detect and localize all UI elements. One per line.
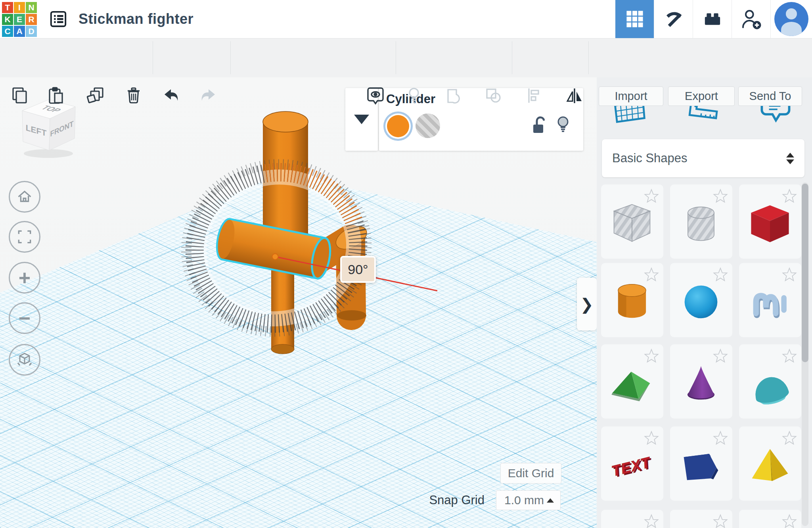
favorite-star-icon[interactable] — [643, 514, 659, 528]
perspective-toggle-button[interactable] — [9, 344, 40, 376]
tinkercad-logo[interactable]: TINKERCAD — [2, 2, 37, 37]
shape-tile-partial[interactable] — [601, 510, 663, 528]
shape-tile-cone[interactable] — [670, 344, 732, 419]
select-updown-icon — [786, 153, 794, 164]
favorite-star-icon[interactable] — [643, 188, 659, 204]
redo-button[interactable] — [198, 86, 217, 105]
favorite-star-icon[interactable] — [643, 267, 659, 283]
snap-grid-value: 1.0 mm — [504, 493, 544, 507]
designs-grid-icon — [624, 9, 645, 29]
zoom-in-button[interactable]: + — [9, 262, 40, 294]
favorite-star-icon[interactable] — [712, 348, 728, 364]
logo-tile: I — [14, 2, 25, 13]
shape-tile-box[interactable] — [739, 184, 801, 259]
nav-bricks-button[interactable] — [693, 0, 732, 38]
shape-tile-cylinder-hole[interactable] — [670, 184, 732, 259]
scribble-thumbnail — [745, 277, 795, 326]
send-to-button[interactable]: Send To — [738, 86, 802, 106]
copy-button[interactable] — [10, 86, 29, 105]
favorite-star-icon[interactable] — [712, 514, 728, 528]
shape-tile-partial[interactable] — [739, 510, 801, 528]
nav-blocks-button[interactable] — [654, 0, 693, 38]
lock-toggle[interactable] — [529, 114, 548, 135]
edit-grid-button[interactable]: Edit Grid — [500, 463, 561, 484]
align-button[interactable] — [525, 86, 544, 105]
import-button[interactable]: Import — [599, 86, 663, 106]
text-thumbnail: TEXT TEXT — [607, 441, 657, 490]
avatar-silhouette-icon — [786, 8, 797, 19]
toolbar-separator — [512, 41, 512, 74]
duplicate-button[interactable] — [86, 86, 105, 105]
logo-tile: A — [14, 26, 25, 37]
group-button[interactable] — [444, 86, 463, 105]
shape-tile-box-hole[interactable] — [601, 184, 663, 259]
shape-tile-text[interactable]: TEXT TEXT — [601, 426, 663, 501]
favorite-star-icon[interactable] — [712, 267, 728, 283]
lightbulb-icon — [553, 114, 573, 135]
chevron-right-icon: ❯ — [580, 295, 594, 313]
snap-grid-select[interactable]: 1.0 mm — [496, 490, 561, 510]
logo-tile: N — [26, 2, 37, 13]
favorite-star-icon[interactable] — [781, 267, 797, 283]
cylinder-hole-thumbnail — [676, 199, 726, 248]
panel-collapse-handle[interactable]: ❯ — [577, 278, 597, 330]
shapes-panel: Basic Shapes TEXT TEXT — [597, 77, 812, 528]
favorite-star-icon[interactable] — [712, 430, 728, 446]
favorite-star-icon[interactable] — [643, 430, 659, 446]
shape-tile-cylinder[interactable] — [601, 263, 663, 337]
shape-tile-partial[interactable] — [670, 510, 732, 528]
nav-gallery-button[interactable] — [615, 0, 654, 38]
visibility-toggle[interactable] — [553, 114, 573, 135]
show-hide-button[interactable] — [366, 86, 385, 105]
shape-tile-roof[interactable] — [601, 344, 663, 419]
round-roof-thumbnail — [745, 359, 795, 408]
sphere-thumbnail — [676, 277, 726, 326]
user-avatar[interactable] — [774, 2, 808, 36]
rotation-angle-tooltip: 90° — [340, 256, 376, 283]
export-button[interactable]: Export — [668, 86, 735, 106]
zoom-out-button[interactable]: − — [9, 302, 40, 334]
cone-thumbnail — [676, 359, 726, 408]
lego-brick-icon — [702, 8, 723, 30]
mirror-button[interactable] — [565, 86, 584, 105]
select-arrow-icon — [547, 498, 554, 503]
favorite-star-icon[interactable] — [781, 514, 797, 528]
panel-scrollbar-thumb[interactable] — [802, 184, 808, 362]
shape-tile-sphere[interactable] — [670, 263, 732, 337]
show-all-button[interactable] — [404, 86, 423, 105]
logo-tile: D — [26, 26, 37, 37]
design-properties-icon[interactable] — [49, 10, 67, 30]
shape-tile-round-roof[interactable] — [739, 344, 801, 419]
favorite-star-icon[interactable] — [781, 188, 797, 204]
favorite-star-icon[interactable] — [781, 348, 797, 364]
hole-material-swatch[interactable] — [416, 113, 440, 138]
3d-viewport[interactable]: 90° TOP LEFT FRONT + − Edit Grid Snap Gr… — [0, 77, 597, 528]
shape-tile-pyramid[interactable] — [739, 426, 801, 501]
favorite-star-icon[interactable] — [712, 188, 728, 204]
toolbar-separator — [230, 41, 231, 74]
wedge-thumbnail — [676, 441, 726, 490]
logo-tile: R — [26, 14, 37, 25]
unlock-icon — [529, 114, 548, 135]
chevron-down-icon — [354, 115, 369, 124]
paste-button[interactable] — [46, 86, 65, 105]
box-thumbnail — [745, 199, 795, 248]
shape-category-select[interactable]: Basic Shapes — [602, 139, 804, 177]
delete-button[interactable] — [124, 86, 143, 105]
undo-button[interactable] — [162, 86, 181, 105]
design-title: Stickman fighter — [79, 0, 193, 38]
shape-tile-wedge[interactable] — [670, 426, 732, 501]
home-view-button[interactable] — [9, 181, 40, 213]
fit-view-button[interactable] — [9, 221, 40, 253]
logo-tile: K — [2, 14, 13, 25]
shape-tile-scribble[interactable] — [739, 263, 801, 337]
favorite-star-icon[interactable] — [643, 348, 659, 364]
logo-tile: E — [14, 14, 25, 25]
solid-color-swatch[interactable] — [387, 115, 409, 137]
model-selected-arm-cylinder[interactable] — [214, 217, 333, 280]
ungroup-button[interactable] — [484, 86, 503, 105]
box-hole-thumbnail — [607, 199, 657, 248]
rotation-center-handle[interactable] — [272, 254, 278, 260]
favorite-star-icon[interactable] — [781, 430, 797, 446]
nav-invite-button[interactable] — [732, 0, 770, 38]
